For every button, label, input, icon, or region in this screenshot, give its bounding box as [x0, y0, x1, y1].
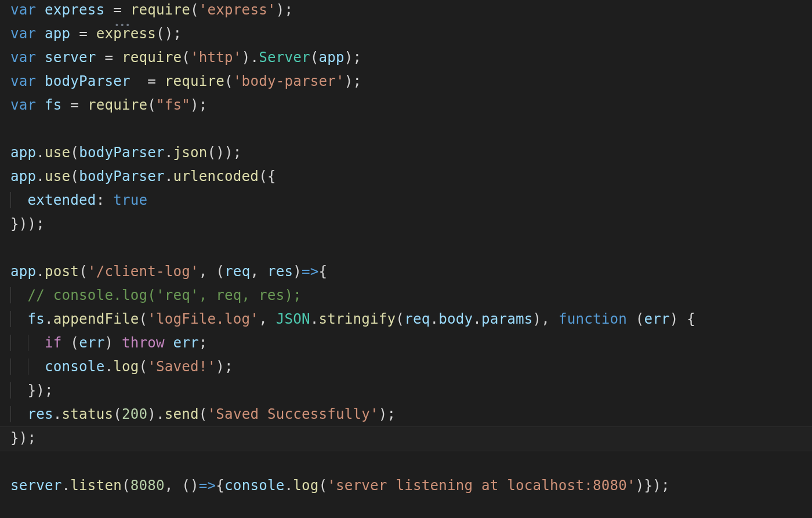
code-line[interactable]: [10, 240, 19, 256]
code-line[interactable]: [10, 121, 19, 137]
code-line[interactable]: server.listen(8080, ()=>{console.log('se…: [10, 477, 670, 494]
code-line[interactable]: var bodyParser = require('body-parser');: [10, 73, 361, 89]
code-editor[interactable]: var express = require('express'); •••var…: [0, 0, 812, 518]
code-line[interactable]: if (err) throw err;: [10, 335, 208, 351]
code-line[interactable]: // console.log('req', req, res);: [10, 287, 302, 303]
code-line[interactable]: app.use(bodyParser.urlencoded({: [10, 168, 276, 184]
code-line[interactable]: extended: true: [10, 192, 147, 208]
code-block[interactable]: var express = require('express'); •••var…: [0, 0, 812, 498]
code-line[interactable]: fs.appendFile('logFile.log', JSON.string…: [10, 311, 695, 327]
code-line[interactable]: app.post('/client-log', (req, res)=>{: [10, 263, 327, 280]
code-line[interactable]: });: [10, 382, 53, 399]
code-line[interactable]: });: [10, 430, 36, 446]
code-line[interactable]: app.use(bodyParser.json());: [10, 144, 242, 161]
code-line[interactable]: res.status(200).send('Saved Successfully…: [10, 406, 396, 422]
code-line[interactable]: }));: [10, 216, 45, 232]
code-line[interactable]: var fs = require("fs");: [10, 97, 208, 113]
code-line[interactable]: var express = require('express');: [10, 2, 293, 18]
code-line[interactable]: [10, 454, 19, 470]
code-line[interactable]: console.log('Saved!');: [10, 358, 233, 375]
code-line[interactable]: var server = require('http').Server(app)…: [10, 49, 361, 66]
